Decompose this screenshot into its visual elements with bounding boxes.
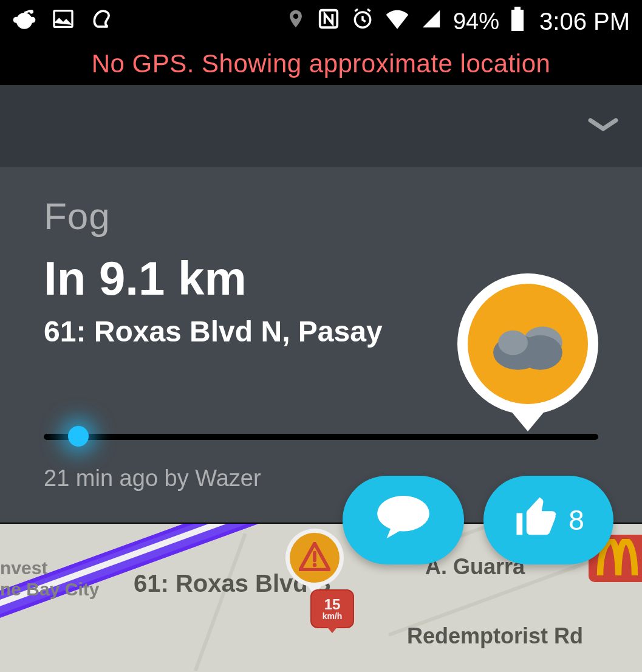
like-count: 8 <box>569 504 584 537</box>
map-speed-badge[interactable]: 15 km/h <box>310 589 354 628</box>
alert-card: Fog In 9.1 km 61: Roxas Blvd N, Pasay 21… <box>0 166 642 523</box>
thumbs-up-icon <box>513 493 560 547</box>
battery-icon <box>510 7 525 36</box>
reddit-icon <box>12 7 36 36</box>
battery-percent: 94% <box>453 9 499 35</box>
svg-point-3 <box>29 16 35 22</box>
map-area-label: nvest <box>0 558 47 578</box>
footsteps-icon <box>90 5 117 38</box>
svg-point-2 <box>13 16 19 22</box>
chevron-down-icon[interactable] <box>586 116 620 135</box>
fog-alert-pin <box>457 273 598 414</box>
alert-progress-track <box>44 434 598 440</box>
nfc-icon <box>317 7 340 36</box>
map-hazard-pin[interactable] <box>285 529 344 587</box>
alert-header-bar[interactable] <box>0 85 642 166</box>
speed-unit: km/h <box>323 612 343 621</box>
speech-bubble-icon <box>375 493 432 547</box>
svg-point-14 <box>313 563 317 567</box>
gps-warning-text: No GPS. Showing approximate location <box>92 49 551 78</box>
image-icon <box>51 7 75 36</box>
svg-rect-7 <box>511 10 524 31</box>
comment-button[interactable] <box>343 476 464 564</box>
status-bar: 94% 3:06 PM <box>0 0 642 43</box>
like-button[interactable]: 8 <box>483 476 613 564</box>
alert-type: Fog <box>44 194 598 238</box>
map-area-label: ne Bay City <box>0 579 99 599</box>
cell-signal-icon <box>420 9 442 35</box>
cloud-icon <box>488 315 567 372</box>
clock: 3:06 PM <box>536 8 630 35</box>
alert-reported-by: 21 min ago by Wazer <box>44 465 261 492</box>
location-pin-icon <box>285 7 306 36</box>
alarm-icon <box>351 7 374 36</box>
svg-point-12 <box>498 331 528 355</box>
gps-warning-banner: No GPS. Showing approximate location <box>0 43 642 85</box>
warning-triangle-icon <box>299 542 330 574</box>
svg-rect-8 <box>514 7 521 10</box>
speed-value: 15 <box>324 597 341 612</box>
map-street-label: Redemptorist Rd <box>407 623 583 649</box>
alert-progress-indicator <box>68 426 89 447</box>
svg-point-15 <box>377 495 429 531</box>
wifi-icon <box>385 9 409 35</box>
